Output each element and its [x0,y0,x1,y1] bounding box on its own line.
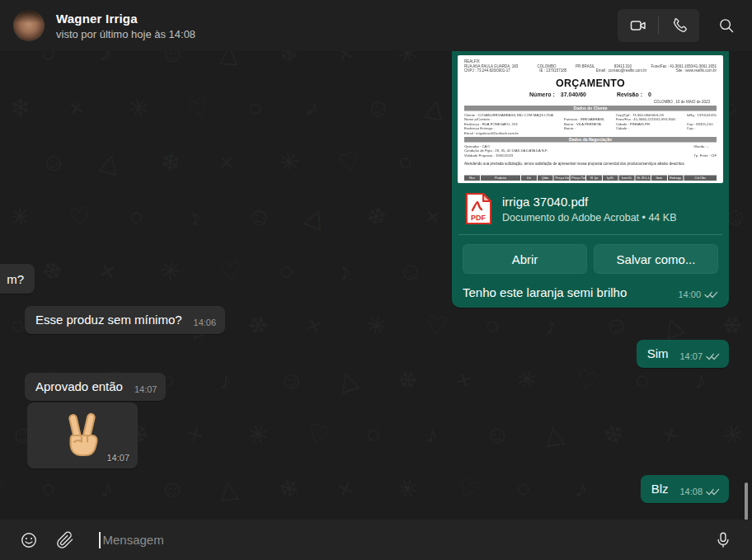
search-icon [717,16,736,35]
header-actions [618,9,739,42]
message-text: Sim [637,340,670,368]
message-bubble-outgoing[interactable]: Blz 14:08 [641,475,729,503]
double-check-icon [706,352,720,361]
pdf-attachment-row[interactable]: PDF irriga 37040.pdf Documento do Adobe … [458,183,723,234]
microphone-icon [714,531,732,549]
doc-numero: 37.040/60 [561,91,586,97]
doc-client-col: Cliente : COSAN-IRRIGABRASIL IND COM MAQ… [464,112,553,135]
message-bubble-incoming-partial[interactable]: m? [0,264,35,294]
voice-call-icon [670,16,689,35]
emoji-smiley-icon [20,531,38,549]
doc-numero-label: Número : [529,91,555,97]
file-meta: Documento do Adobe Acrobat • 44 KB [502,212,676,224]
attach-button[interactable] [51,526,79,554]
double-check-icon [704,290,718,299]
victory-hand-emoji-icon [58,411,107,460]
sticker-message-incoming[interactable]: 14:07 [27,402,138,468]
doc-section-client: Dados do Cliente [464,106,717,111]
message-time: 14:06 [194,318,217,327]
message-time: 14:08 [679,487,703,496]
video-call-icon [628,16,648,35]
paperclip-icon [56,531,74,549]
contact-last-seen: visto por último hoje às 14:08 [56,28,195,40]
message-bubble-outgoing-pdf: REALFIX RUA ANA PAULA GUARDA, 183 COLOMB… [452,51,729,308]
pdf-file-icon: PDF [464,192,492,225]
message-bubble-incoming[interactable]: Esse produz sem mínimo? 14:06 [25,306,225,334]
message-time: 14:00 [678,289,701,299]
doc-section-negotiation: Dados da Negociação [464,137,717,143]
message-text: Tenho este laranja semi brilho [461,285,678,299]
doc-site: Site : www.realfix.com.br [676,68,717,73]
doc-client-col: Cnpj/Cpf : 73.360.084/0001-95Fone/Fax : … [616,112,676,135]
input-placeholder: Mensagem [103,533,164,547]
doc-email: Email : contato@realfix.com.br [596,68,646,73]
attachment-actions: Abrir Salvar como... [458,235,723,280]
pdf-page-preview[interactable]: REALFIX RUA ANA PAULA GUARDA, 183 COLOMB… [458,55,723,183]
doc-revisao-label: Revisão : [617,91,642,97]
chat-area[interactable]: ♡○♪☺△❄×✳♡○♪☺△❄×✳♡○♪☺△❄×✳♡○♪☺△❄×✳♡○♪☺△❄×✳… [0,51,752,520]
contact-info[interactable]: Wagner Irriga visto por último hoje às 1… [56,12,195,40]
emoji-button[interactable] [15,526,43,554]
doc-client-col: IeRg : 1370141055 Cep : 83325-150Cep : [687,112,717,135]
doc-date: COLOMBO , 16 de MAIO de 2023 [464,99,710,103]
scrollbar-thumb[interactable] [745,482,748,520]
composer-bar: Mensagem [0,520,752,560]
doc-ie: IE : 1370157185 [539,68,566,73]
text-caret [99,532,101,548]
message-bubble-outgoing[interactable]: Sim 14:07 [637,340,729,368]
doc-note: Atendendo sua prezada solicitação, temos… [464,161,717,165]
message-text: Aprovado então [25,373,125,401]
doc-title: ORÇAMENTO [464,77,717,89]
chat-header: Wagner Irriga visto por último hoje às 1… [0,0,752,51]
message-text: Blz [641,475,670,503]
save-as-button[interactable]: Salvar como... [594,244,718,274]
voice-call-button[interactable] [659,9,699,42]
call-button-group [618,9,699,42]
message-bubble-incoming[interactable]: Aprovado então 14:07 [25,373,166,401]
voice-record-button[interactable] [709,526,737,554]
message-time: 14:07 [134,384,157,394]
message-text: m? [0,266,35,294]
double-check-icon [706,487,720,496]
whatsapp-window: Wagner Irriga visto por último hoje às 1… [0,0,752,560]
message-time: 14:07 [106,453,129,463]
doc-client-grid: Cliente : COSAN-IRRIGABRASIL IND COM MAQ… [464,112,717,135]
pdf-icon-label: PDF [471,214,486,222]
doc-revisao: 0 [648,91,651,97]
contact-avatar[interactable] [13,10,45,41]
open-file-button[interactable]: Abrir [463,244,587,274]
doc-table-header: NroProdutoUnQtdePreço UnitPreço TotalVl.… [464,176,717,181]
pdf-document: REALFIX RUA ANA PAULA GUARDA, 183 COLOMB… [458,55,723,183]
pdf-caption-row: Tenho este laranja semi brilho 14:00 [458,280,723,308]
doc-negotiation-grid: Operador : CAOCondição de Pgto : 28, 35,… [464,144,717,158]
search-button[interactable] [714,13,739,38]
message-time: 14:07 [679,351,703,361]
file-name: irriga 37040.pdf [502,195,676,209]
message-input[interactable]: Mensagem [99,520,701,560]
doc-negotiation-col: Operador : CAOCondição de Pgto : 28, 35,… [464,144,548,158]
doc-client-col: Fantasia : IRRIGABRASILBairro : VILA PER… [564,112,605,135]
message-text: Esse produz sem mínimo? [25,306,184,334]
video-call-button[interactable] [618,9,658,42]
contact-name[interactable]: Wagner Irriga [56,12,195,26]
doc-cnpj: CNPJ : 73.244.826/0001-17 [464,68,510,73]
doc-negotiation-col: Moeda : - Tp. Frete : CIF [693,144,717,158]
